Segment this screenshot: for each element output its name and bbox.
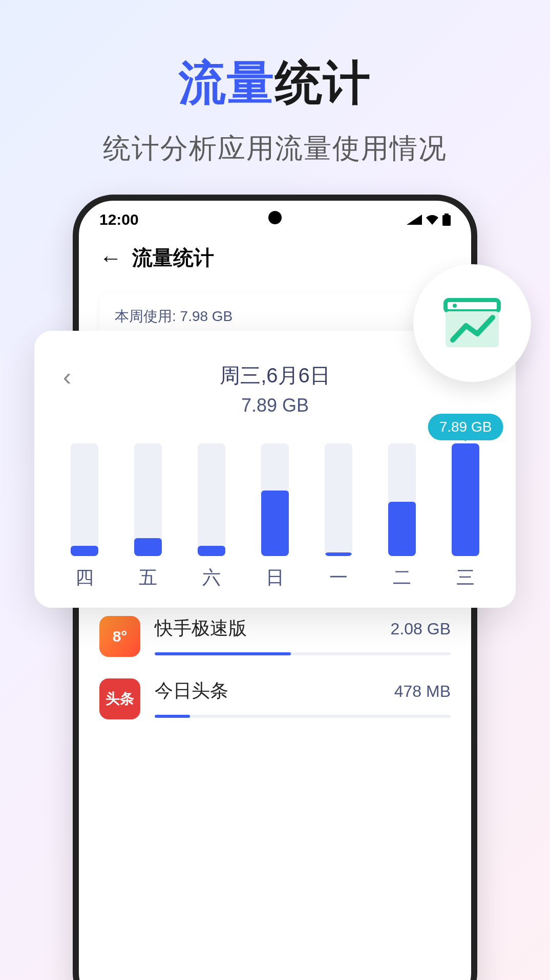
- status-time: 12:00: [99, 211, 139, 228]
- app-name: 今日头条: [155, 678, 228, 704]
- chart-date: 周三,6月6日: [53, 361, 497, 390]
- bar-label: 四: [75, 565, 94, 590]
- app-bar-fill: [155, 652, 291, 655]
- page-title: 流量统计: [132, 244, 214, 272]
- chart-bar[interactable]: 二: [370, 443, 434, 590]
- bar-fill: [198, 546, 225, 556]
- bar-label: 五: [139, 565, 157, 590]
- bar-label: 一: [329, 565, 348, 590]
- hero-subtitle: 统计分析应用流量使用情况: [0, 130, 550, 167]
- app-item[interactable]: 头条今日头条478 MB: [99, 657, 451, 719]
- app-name: 快手极速版: [155, 616, 247, 641]
- bar-label: 三: [456, 565, 475, 590]
- hero-title: 流量统计: [0, 51, 550, 115]
- bar-track: [198, 443, 225, 556]
- bar-track: [388, 443, 416, 556]
- chart-bar[interactable]: 7.89 GB三: [434, 443, 497, 590]
- chart-bars: 四五六日一二7.89 GB三: [53, 457, 497, 590]
- bar-fill: [71, 546, 98, 556]
- chart-badge: [413, 264, 531, 382]
- bar-track: [325, 443, 352, 556]
- app-bar: [155, 715, 451, 718]
- bar-fill: [388, 502, 416, 556]
- bar-track: [261, 443, 289, 556]
- svg-rect-1: [445, 214, 449, 215]
- app-size: 478 MB: [394, 682, 451, 701]
- battery-icon: [442, 214, 451, 226]
- bar-label: 日: [266, 565, 284, 590]
- bar-fill: [325, 552, 352, 556]
- hero-title-dark: 统计: [275, 56, 371, 109]
- status-icons: [407, 214, 451, 226]
- app-size: 2.08 GB: [391, 620, 451, 638]
- bar-track: [134, 443, 162, 556]
- svg-rect-2: [442, 215, 451, 226]
- page-header: ← 流量统计: [79, 228, 471, 282]
- app-icon: 头条: [99, 678, 140, 719]
- bar-track: [452, 443, 479, 556]
- chart-icon: [441, 295, 503, 351]
- svg-marker-0: [407, 215, 422, 225]
- app-list: 8°快手极速版2.08 GB头条今日头条478 MB: [99, 591, 451, 719]
- chart-bar[interactable]: 五: [116, 443, 180, 590]
- wifi-icon: [425, 215, 439, 225]
- signal-icon: [407, 215, 422, 225]
- app-icon: 8°: [99, 616, 140, 657]
- svg-point-4: [453, 304, 457, 308]
- chart-bar[interactable]: 四: [53, 443, 116, 590]
- bar-fill: [134, 538, 162, 556]
- chart-bubble: 7.89 GB: [428, 414, 503, 440]
- chart-total: 7.89 GB: [53, 395, 497, 416]
- chart-prev-icon[interactable]: ‹: [63, 363, 71, 391]
- app-bar: [155, 652, 451, 655]
- bar-track: [71, 443, 98, 556]
- bar-fill: [261, 491, 289, 556]
- hero-title-accent: 流量: [179, 56, 275, 109]
- chart-bar[interactable]: 六: [180, 443, 243, 590]
- bar-label: 二: [393, 565, 411, 590]
- camera-notch: [268, 211, 282, 224]
- weekly-usage-label: 本周使用: 7.98 GB: [115, 307, 435, 326]
- bar-fill: [452, 443, 479, 556]
- bar-label: 六: [202, 565, 221, 590]
- app-bar-fill: [155, 715, 190, 718]
- chart-bar[interactable]: 一: [307, 443, 370, 590]
- chart-card: ‹ 周三,6月6日 7.89 GB 四五六日一二7.89 GB三: [34, 331, 516, 608]
- chart-bar[interactable]: 日: [243, 443, 307, 590]
- back-icon[interactable]: ←: [99, 247, 122, 269]
